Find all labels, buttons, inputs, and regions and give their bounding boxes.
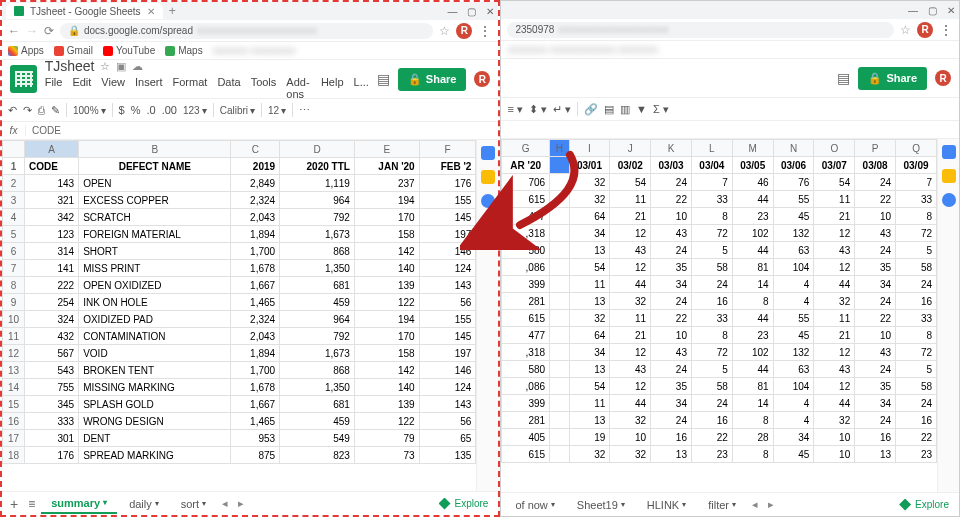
cell[interactable]: 12 [610,259,651,276]
new-tab-button[interactable]: + [169,4,176,18]
cell[interactable]: 34 [773,429,814,446]
cell[interactable]: 03/07 [814,157,855,174]
tab-sort[interactable]: sort▾ [171,495,216,513]
row-header[interactable]: 9 [3,294,25,311]
cell[interactable]: 03/04 [691,157,732,174]
undo-icon[interactable]: ↶ [8,104,17,117]
cell[interactable]: 24 [651,361,692,378]
cell[interactable]: WRONG DESIGN [79,413,231,430]
cell[interactable]: 321 [25,192,79,209]
cell[interactable]: 24 [855,361,896,378]
cell[interactable]: 1,894 [231,345,280,362]
cell[interactable]: 43 [610,361,651,378]
profile-avatar[interactable]: R [456,23,472,39]
cell[interactable]: FOREIGN MATERIAL [79,226,231,243]
maps-bookmark[interactable]: Maps [165,45,202,56]
cell[interactable]: 22 [651,191,692,208]
cell[interactable]: 155 [419,192,476,209]
cell[interactable]: 16 [896,293,937,310]
cell[interactable]: 22 [855,191,896,208]
cell[interactable]: 54 [569,378,610,395]
apps-bookmark[interactable]: Apps [8,45,44,56]
row-header[interactable]: 5 [3,226,25,243]
cell[interactable]: 142 [354,362,419,379]
cell[interactable]: 197 [419,226,476,243]
cell[interactable] [550,429,569,446]
cell[interactable]: 158 [354,226,419,243]
cell[interactable]: 21 [814,327,855,344]
cell[interactable] [550,276,569,293]
cell[interactable]: 64 [569,327,610,344]
cell[interactable]: 76 [773,174,814,191]
cell[interactable]: 81 [732,259,773,276]
cell[interactable]: 8 [896,327,937,344]
cell[interactable]: 953 [231,430,280,447]
bookmark-star-icon[interactable]: ☆ [439,24,450,38]
cell[interactable]: 1,678 [231,260,280,277]
cell[interactable]: 964 [280,192,355,209]
menu-format[interactable]: Format [173,76,208,100]
cell[interactable]: 7 [896,174,937,191]
cell[interactable]: 8 [732,446,773,463]
cell[interactable]: 140 [354,379,419,396]
cell[interactable]: 755 [25,379,79,396]
cell[interactable]: 72 [896,225,937,242]
font-size-dropdown[interactable]: 12 ▾ [268,105,286,116]
cell[interactable]: 72 [691,225,732,242]
menu-help[interactable]: Help [321,76,344,100]
font-dropdown[interactable]: Calibri ▾ [220,105,255,116]
cell[interactable]: 24 [691,395,732,412]
cell[interactable] [550,259,569,276]
cell[interactable]: 13 [569,412,610,429]
cell[interactable]: 33 [691,310,732,327]
cell[interactable]: 23 [732,327,773,344]
cell[interactable]: BROKEN TENT [79,362,231,379]
browser-menu-icon[interactable]: ⋮ [939,22,953,38]
functions-icon[interactable]: Σ ▾ [653,103,669,116]
cell[interactable]: 1,673 [280,345,355,362]
share-button[interactable]: 🔒 Share [398,68,467,91]
cell[interactable]: 43 [814,242,855,259]
cell[interactable]: 1,667 [231,396,280,413]
cell[interactable]: 1,894 [231,226,280,243]
cell[interactable]: 140 [354,260,419,277]
cell[interactable]: 34 [855,276,896,293]
keep-icon[interactable] [942,169,956,183]
cell[interactable] [550,378,569,395]
cell[interactable]: 222 [25,277,79,294]
cell[interactable]: 615 [502,446,550,463]
cell[interactable]: 11 [610,310,651,327]
cell[interactable]: 10 [610,429,651,446]
cell[interactable] [550,293,569,310]
tasks-icon[interactable] [481,194,495,208]
row-header[interactable]: 16 [3,413,25,430]
cell[interactable]: 58 [896,259,937,276]
cell[interactable]: 8 [691,327,732,344]
cell[interactable]: 43 [610,242,651,259]
link-icon[interactable]: 🔗 [584,103,598,116]
cell[interactable]: 11 [814,310,855,327]
comment-icon[interactable]: ▤ [604,103,614,116]
cell[interactable]: 03/02 [610,157,651,174]
cell[interactable]: 1,350 [280,379,355,396]
cell[interactable]: 32 [569,310,610,327]
currency-icon[interactable]: $ [119,104,125,116]
cell[interactable]: 176 [419,175,476,192]
cell[interactable]: 32 [610,446,651,463]
cell[interactable]: 281 [502,293,550,310]
cell[interactable]: 158 [354,345,419,362]
cell[interactable]: 8 [691,208,732,225]
calendar-icon[interactable] [942,145,956,159]
cell[interactable]: SPLASH GOLD [79,396,231,413]
close-window-icon[interactable]: ✕ [486,6,494,17]
cell[interactable]: 81 [732,378,773,395]
cell[interactable]: 580 [502,242,550,259]
row-header[interactable]: 1 [3,158,25,175]
cell[interactable]: 135 [419,447,476,464]
cell[interactable]: 549 [280,430,355,447]
cell[interactable]: 44 [732,191,773,208]
sheets-logo-icon[interactable] [10,65,37,93]
col-header-L[interactable]: L [691,140,732,157]
cell[interactable]: 194 [354,311,419,328]
cell[interactable]: 73 [354,447,419,464]
